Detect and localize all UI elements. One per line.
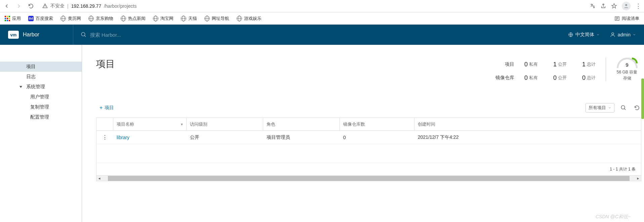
col-access[interactable]: 访问级别	[187, 118, 263, 130]
svg-point-4	[612, 33, 614, 35]
bookmark-baidu[interactable]: Bd百度搜索	[28, 15, 53, 22]
scroll-thumb[interactable]	[108, 176, 630, 181]
kebab-menu-icon[interactable]: ⋮	[635, 2, 641, 10]
bookmark-jd[interactable]: 京东购物	[88, 15, 113, 22]
scroll-right-icon[interactable]: ►	[635, 176, 641, 181]
user-icon	[610, 32, 616, 38]
toolbar: + 项目 所有项目	[96, 103, 641, 113]
browser-right-icons: ⋮	[590, 2, 641, 10]
globe-icon	[61, 16, 66, 21]
gauge-icon	[617, 58, 638, 68]
search-icon	[81, 32, 87, 38]
filter-icon[interactable]: ▾	[181, 122, 183, 127]
col-actions	[96, 118, 113, 130]
bookmarks-bar: 应用 Bd百度搜索 黄历网 京东购物 热点新闻 淘宝网 天猫 网址导航 游戏娱乐…	[0, 12, 644, 25]
bookmark-huangli[interactable]: 黄历网	[61, 15, 81, 22]
projects-table: 项目名称▾ 访问级别 角色 镜像仓库数 创建时间 ⋮ library 公开 项目…	[96, 118, 641, 176]
insecure-icon	[42, 3, 48, 9]
sidebar-item-system-management[interactable]: 系统管理	[0, 82, 82, 92]
project-filter-dropdown[interactable]: 所有项目	[586, 103, 614, 113]
sidebar: 项目 日志 系统管理 用户管理 复制管理 配置管理	[0, 45, 82, 222]
back-button[interactable]	[3, 2, 11, 10]
bookmark-tmall[interactable]: 天猫	[181, 15, 197, 22]
plus-icon: +	[99, 105, 103, 111]
row-actions-icon[interactable]: ⋮	[102, 134, 108, 140]
search-input[interactable]	[90, 32, 191, 38]
refresh-icon-button[interactable]	[633, 103, 641, 112]
col-repo-count[interactable]: 镜像仓库数	[340, 118, 414, 130]
repo-total-count: 0	[582, 74, 586, 82]
share-icon[interactable]	[600, 3, 606, 9]
new-project-button[interactable]: + 项目	[96, 103, 117, 113]
table-row[interactable]: ⋮ library 公开 项目管理员 0 2021/12/7 下午4:22	[96, 131, 641, 144]
scroll-thumb[interactable]	[641, 78, 644, 119]
sidebar-item-projects[interactable]: 项目	[0, 62, 82, 72]
app-body: 项目 日志 系统管理 用户管理 复制管理 配置管理 项目 项目 镜像仓库 0私有…	[0, 45, 644, 222]
forward-button[interactable]	[15, 2, 23, 10]
col-role[interactable]: 角色	[263, 118, 340, 130]
chevron-down-icon	[633, 33, 636, 36]
bookmark-nav[interactable]: 网址导航	[204, 15, 229, 22]
user-menu[interactable]: admin	[610, 32, 636, 38]
cell-role: 项目管理员	[263, 131, 340, 144]
search-icon-button[interactable]	[619, 103, 628, 112]
globe-icon	[88, 16, 94, 21]
chevron-down-icon	[608, 106, 611, 109]
browser-toolbar: 不安全 | 192.168.29.77/harbor/projects ⋮	[0, 0, 644, 12]
horizontal-scrollbar[interactable]: ◄ ►	[96, 176, 641, 181]
apps-shortcut[interactable]: 应用	[5, 15, 21, 22]
repo-private-count: 0	[524, 74, 528, 82]
url-host: 192.168.29.77	[71, 3, 102, 9]
globe-icon	[153, 16, 158, 21]
bookmark-star-icon[interactable]	[611, 3, 617, 9]
sidebar-item-configuration[interactable]: 配置管理	[0, 112, 82, 122]
col-name[interactable]: 项目名称▾	[113, 118, 187, 130]
svg-point-5	[621, 105, 625, 109]
vmware-logo: vm	[8, 31, 19, 39]
reading-list-icon	[614, 16, 620, 21]
reading-list-button[interactable]: 阅读清单	[614, 15, 639, 22]
sidebar-item-replication[interactable]: 复制管理	[0, 102, 82, 112]
bookmark-taobao[interactable]: 淘宝网	[153, 15, 173, 22]
reload-button[interactable]	[27, 2, 35, 10]
bookmark-news[interactable]: 热点新闻	[121, 15, 146, 22]
sidebar-item-logs[interactable]: 日志	[0, 72, 82, 82]
svg-point-0	[625, 4, 627, 6]
cell-repo-count: 0	[340, 131, 414, 144]
table-empty-space	[96, 144, 641, 163]
translate-icon[interactable]	[590, 3, 596, 9]
app-header: vm Harbor 中文简体 admin	[0, 25, 644, 45]
globe-icon	[237, 16, 242, 21]
repo-public-count: 0	[553, 74, 557, 82]
page-scrollbar[interactable]	[641, 45, 644, 222]
bookmark-games[interactable]: 游戏娱乐	[237, 15, 261, 22]
col-created[interactable]: 创建时间	[414, 118, 641, 130]
table-header: 项目名称▾ 访问级别 角色 镜像仓库数 创建时间	[96, 118, 641, 131]
watermark: CSDN @C和弦~	[596, 214, 631, 220]
cell-access: 公开	[187, 131, 263, 144]
product-name: Harbor	[23, 32, 39, 38]
table-footer: 1 - 1 共计 1 条	[96, 163, 641, 175]
chevron-down-icon	[596, 33, 600, 36]
cell-created: 2021/12/7 下午4:22	[414, 131, 641, 144]
profile-avatar[interactable]	[622, 2, 631, 10]
storage-gauge: 9 56 GB 容量存储	[606, 58, 639, 81]
global-search[interactable]	[73, 25, 191, 45]
baidu-icon: Bd	[28, 16, 34, 21]
project-link[interactable]: library	[117, 135, 129, 140]
apps-label: 应用	[12, 15, 21, 22]
scroll-left-icon[interactable]: ◄	[96, 176, 102, 181]
globe-icon	[181, 16, 186, 21]
globe-icon	[121, 16, 126, 21]
address-bar[interactable]: 不安全 | 192.168.29.77/harbor/projects	[42, 3, 586, 9]
proj-total-count: 1	[582, 61, 586, 68]
apps-grid-icon	[5, 16, 10, 21]
stats-row-project-label: 项目	[495, 58, 514, 71]
language-selector[interactable]: 中文简体	[568, 32, 600, 38]
separator: |	[67, 3, 69, 9]
proj-private-count: 0	[524, 61, 528, 68]
sidebar-item-user-management[interactable]: 用户管理	[0, 92, 82, 102]
globe-icon	[568, 32, 573, 37]
url-path: /harbor/projects	[104, 3, 136, 9]
svg-point-2	[81, 32, 85, 36]
